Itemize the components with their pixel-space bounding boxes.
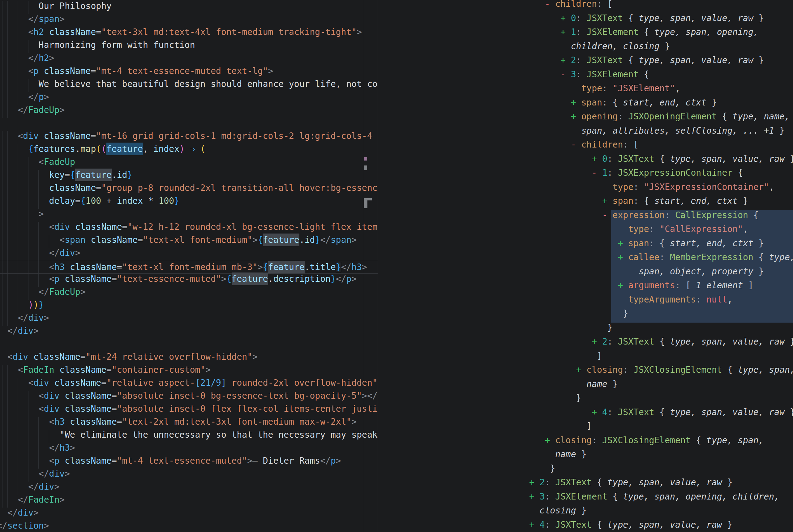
expand-toggle-icon[interactable]: +: [618, 252, 628, 262]
ast-line[interactable]: + span: { start, end, ctxt }: [378, 97, 793, 112]
expand-toggle-icon[interactable]: +: [560, 13, 571, 23]
source-code[interactable]: Our Philosophy </span> <h2 className="te…: [0, 1, 378, 532]
collapse-toggle-icon[interactable]: -: [602, 210, 613, 220]
ast-line[interactable]: - 3: JSXElement {: [378, 69, 793, 83]
code-line[interactable]: >: [0, 209, 378, 222]
code-line[interactable]: <p className="mt-4 text-essence-muted te…: [0, 66, 378, 79]
ast-line[interactable]: + 3: JSXElement { type, span, opening, c…: [378, 492, 793, 506]
code-line[interactable]: <div className="relative aspect-[21/9] r…: [0, 378, 378, 391]
ast-line[interactable]: }: [378, 393, 793, 407]
collapse-toggle-icon[interactable]: -: [592, 168, 602, 178]
ast-line[interactable]: + 0: JSXText { type, span, value, raw }: [378, 154, 793, 168]
code-line[interactable]: </FadeUp>: [0, 105, 378, 118]
ast-line[interactable]: + 4: JSXText { type, span, value, raw }: [378, 520, 793, 532]
code-line[interactable]: </span>: [0, 14, 378, 27]
code-line[interactable]: <div className="absolute inset-0 flex fl…: [0, 404, 378, 417]
expand-toggle-icon[interactable]: +: [592, 407, 602, 417]
ast-line[interactable]: + span: { start, end, ctxt }: [378, 196, 793, 210]
expand-toggle-icon[interactable]: +: [571, 97, 581, 108]
ast-line[interactable]: }: [378, 323, 793, 337]
expand-toggle-icon[interactable]: +: [592, 337, 602, 347]
ast-line[interactable]: + span: { start, end, ctxt }: [378, 238, 793, 252]
ast-line[interactable]: closing }: [378, 506, 793, 520]
collapse-toggle-icon[interactable]: -: [560, 69, 571, 79]
ast-line[interactable]: }: [378, 463, 793, 478]
ast-line[interactable]: + 4: JSXText { type, span, value, raw }: [378, 407, 793, 421]
code-line[interactable]: {features.map((feature, index) ⇒ (: [0, 144, 378, 157]
expand-toggle-icon[interactable]: +: [576, 365, 587, 375]
ast-line[interactable]: + arguments: [ 1 element ]: [378, 280, 793, 294]
code-line[interactable]: We believe that beautiful design should …: [0, 79, 378, 92]
code-line[interactable]: ))}: [0, 300, 378, 313]
collapse-toggle-icon[interactable]: -: [545, 0, 555, 9]
ast-tree[interactable]: - children: [ + 0: JSXText { type, span,…: [378, 0, 793, 532]
code-line[interactable]: <span className="text-xl font-medium">{f…: [0, 235, 378, 248]
code-line[interactable]: </p>: [0, 92, 378, 105]
ast-line[interactable]: name }: [378, 449, 793, 463]
ast-line[interactable]: type: "JSXElement",: [378, 83, 793, 97]
ast-line[interactable]: }: [378, 308, 793, 323]
code-line[interactable]: [0, 339, 378, 352]
code-line[interactable]: </section>: [0, 520, 378, 532]
code-line[interactable]: </FadeIn>: [0, 495, 378, 508]
code-line[interactable]: </h2>: [0, 53, 378, 66]
ast-line[interactable]: type: "CallExpression",: [378, 224, 793, 238]
ast-line[interactable]: + opening: JSXOpeningElement { type, nam…: [378, 111, 793, 126]
expand-toggle-icon[interactable]: +: [618, 280, 628, 290]
code-line[interactable]: <FadeIn className="container-custom">: [0, 365, 378, 378]
ast-line[interactable]: - expression: CallExpression {: [378, 210, 793, 224]
code-line[interactable]: <p className="mt-4 text-essence-muted">—…: [0, 456, 378, 469]
code-line[interactable]: <div className="absolute inset-0 bg-esse…: [0, 391, 378, 404]
code-line[interactable]: delay={100 + index * 100}: [0, 196, 378, 209]
code-line[interactable]: <p className="text-essence-muted">{featu…: [0, 274, 378, 287]
code-line[interactable]: </div>: [0, 313, 378, 326]
expand-toggle-icon[interactable]: +: [618, 238, 628, 248]
expand-toggle-icon[interactable]: +: [602, 196, 613, 206]
expand-toggle-icon[interactable]: +: [571, 111, 581, 121]
code-line[interactable]: </div>: [0, 481, 378, 495]
ast-line[interactable]: + 2: JSXText { type, span, value, raw }: [378, 477, 793, 492]
expand-toggle-icon[interactable]: +: [560, 55, 571, 65]
ast-line[interactable]: + callee: MemberExpression { type,: [378, 252, 793, 266]
ast-line[interactable]: ]: [378, 351, 793, 365]
code-line[interactable]: </div>: [0, 508, 378, 520]
ast-line[interactable]: span, attributes, selfClosing, ... +1 }: [378, 126, 793, 140]
code-line[interactable]: className="group p-8 rounded-2xl transit…: [0, 183, 378, 196]
code-line[interactable]: Harmonizing form with function: [0, 40, 378, 53]
ast-line[interactable]: + 1: JSXElement { type, span, opening,: [378, 27, 793, 41]
ast-selected-node-block[interactable]: - expression: CallExpression { type: "Ca…: [378, 210, 793, 323]
ast-line[interactable]: - 1: JSXExpressionContainer {: [378, 168, 793, 182]
code-editor-pane[interactable]: Our Philosophy </span> <h2 className="te…: [0, 0, 378, 532]
ast-line[interactable]: ]: [378, 421, 793, 435]
ast-tree-pane[interactable]: - children: [ + 0: JSXText { type, span,…: [378, 0, 793, 532]
code-line[interactable]: </FadeUp>: [0, 287, 378, 300]
code-line[interactable]: [0, 118, 378, 131]
ast-line[interactable]: children, closing }: [378, 41, 793, 55]
code-line[interactable]: key={feature.id}: [0, 170, 378, 183]
code-line[interactable]: </h3>: [0, 443, 378, 456]
code-line[interactable]: </div>: [0, 326, 378, 339]
expand-toggle-icon[interactable]: +: [529, 477, 540, 488]
expand-toggle-icon[interactable]: +: [560, 27, 571, 37]
ast-line[interactable]: + 2: JSXText { type, span, value, raw }: [378, 337, 793, 351]
ast-line[interactable]: span, object, property }: [378, 266, 793, 281]
code-line[interactable]: </div>: [0, 248, 378, 261]
code-line[interactable]: <h3 className="text-2xl md:text-3xl font…: [0, 417, 378, 430]
ast-line[interactable]: type: "JSXExpressionContainer",: [378, 182, 793, 196]
ast-line[interactable]: + 0: JSXText { type, span, value, raw }: [378, 13, 793, 27]
code-line[interactable]: "We eliminate the unnecessary so that th…: [0, 430, 378, 443]
code-line[interactable]: <div className="mt-16 grid grid-cols-1 m…: [0, 131, 378, 144]
code-line[interactable]: <h2 className="text-3xl md:text-4xl font…: [0, 27, 378, 40]
expand-toggle-icon[interactable]: +: [529, 520, 540, 530]
ast-line[interactable]: + closing: JSXClosingElement { type, spa…: [378, 365, 793, 379]
code-line[interactable]: <div className="mt-24 relative overflow-…: [0, 352, 378, 365]
ast-line[interactable]: - children: [: [378, 139, 793, 154]
expand-toggle-icon[interactable]: +: [529, 492, 540, 502]
ast-line[interactable]: + closing: JSXClosingElement { type, spa…: [378, 435, 793, 450]
code-line[interactable]: Our Philosophy: [0, 1, 378, 14]
ast-line[interactable]: + 2: JSXText { type, span, value, raw }: [378, 55, 793, 69]
ast-line[interactable]: - children: [: [378, 0, 793, 13]
code-line[interactable]: <FadeUp: [0, 157, 378, 170]
expand-toggle-icon[interactable]: +: [592, 154, 602, 164]
ast-line[interactable]: name }: [378, 379, 793, 393]
